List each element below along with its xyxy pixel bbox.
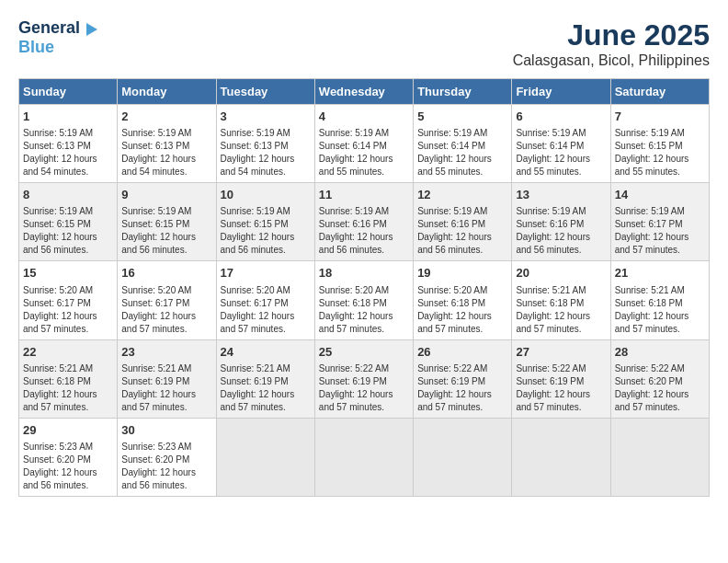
cell-content: 10Sunrise: 5:19 AMSunset: 6:15 PMDayligh…: [221, 187, 311, 257]
day-number: 3: [221, 109, 311, 125]
cell-content: 11Sunrise: 5:19 AMSunset: 6:16 PMDayligh…: [319, 187, 409, 257]
table-row: 9Sunrise: 5:19 AMSunset: 6:15 PMDaylight…: [118, 183, 216, 261]
header-saturday: Saturday: [610, 79, 709, 105]
cell-content: 7Sunrise: 5:19 AMSunset: 6:15 PMDaylight…: [615, 109, 705, 178]
table-row: 26Sunrise: 5:22 AMSunset: 6:19 PMDayligh…: [414, 339, 512, 418]
day-number: 13: [516, 187, 606, 203]
day-number: 4: [319, 109, 409, 125]
day-number: 15: [23, 265, 113, 282]
cell-content: 8Sunrise: 5:19 AMSunset: 6:15 PMDaylight…: [23, 187, 113, 257]
page-header: General Blue June 2025 Calasgasan, Bicol…: [18, 18, 710, 69]
table-row: 10Sunrise: 5:19 AMSunset: 6:15 PMDayligh…: [216, 183, 314, 261]
day-number: 18: [319, 265, 409, 282]
cell-content: 29Sunrise: 5:23 AMSunset: 6:20 PMDayligh…: [23, 422, 113, 492]
cell-content: 14Sunrise: 5:19 AMSunset: 6:17 PMDayligh…: [615, 187, 705, 257]
cell-content: 22Sunrise: 5:21 AMSunset: 6:18 PMDayligh…: [23, 344, 113, 414]
table-row: 21Sunrise: 5:21 AMSunset: 6:18 PMDayligh…: [610, 261, 709, 339]
table-row: 24Sunrise: 5:21 AMSunset: 6:19 PMDayligh…: [216, 339, 314, 418]
calendar-week-row: 15Sunrise: 5:20 AMSunset: 6:17 PMDayligh…: [19, 261, 710, 339]
table-row: 2Sunrise: 5:19 AMSunset: 6:13 PMDaylight…: [118, 105, 216, 183]
title-area: June 2025 Calasgasan, Bicol, Philippines: [513, 18, 710, 69]
day-number: 27: [516, 344, 606, 361]
table-row: 6Sunrise: 5:19 AMSunset: 6:14 PMDaylight…: [512, 105, 610, 183]
day-number: 11: [319, 187, 409, 203]
table-row: 22Sunrise: 5:21 AMSunset: 6:18 PMDayligh…: [19, 339, 118, 418]
calendar-week-row: 22Sunrise: 5:21 AMSunset: 6:18 PMDayligh…: [19, 339, 710, 418]
cell-content: 20Sunrise: 5:21 AMSunset: 6:18 PMDayligh…: [516, 265, 606, 335]
table-row: 30Sunrise: 5:23 AMSunset: 6:20 PMDayligh…: [118, 418, 216, 496]
day-number: 20: [516, 265, 606, 282]
table-row: [314, 418, 413, 496]
day-number: 7: [615, 109, 705, 125]
table-row: 19Sunrise: 5:20 AMSunset: 6:18 PMDayligh…: [414, 261, 512, 339]
day-number: 5: [417, 109, 507, 125]
day-number: 21: [615, 265, 705, 282]
cell-content: 25Sunrise: 5:22 AMSunset: 6:19 PMDayligh…: [319, 344, 409, 414]
cell-content: 3Sunrise: 5:19 AMSunset: 6:13 PMDaylight…: [221, 109, 311, 178]
table-row: 27Sunrise: 5:22 AMSunset: 6:19 PMDayligh…: [512, 339, 610, 418]
table-row: [610, 418, 709, 496]
day-number: 19: [417, 265, 507, 282]
day-number: 23: [121, 344, 211, 361]
day-number: 9: [121, 187, 211, 203]
header-wednesday: Wednesday: [314, 79, 413, 105]
table-row: 17Sunrise: 5:20 AMSunset: 6:17 PMDayligh…: [216, 261, 314, 339]
cell-content: 13Sunrise: 5:19 AMSunset: 6:16 PMDayligh…: [516, 187, 606, 257]
day-number: 22: [23, 344, 113, 361]
table-row: 13Sunrise: 5:19 AMSunset: 6:16 PMDayligh…: [512, 183, 610, 261]
table-row: 12Sunrise: 5:19 AMSunset: 6:16 PMDayligh…: [414, 183, 512, 261]
day-number: 25: [319, 344, 409, 361]
table-row: 20Sunrise: 5:21 AMSunset: 6:18 PMDayligh…: [512, 261, 610, 339]
table-row: 5Sunrise: 5:19 AMSunset: 6:14 PMDaylight…: [414, 105, 512, 183]
table-row: 3Sunrise: 5:19 AMSunset: 6:13 PMDaylight…: [216, 105, 314, 183]
table-row: 16Sunrise: 5:20 AMSunset: 6:17 PMDayligh…: [118, 261, 216, 339]
table-row: 14Sunrise: 5:19 AMSunset: 6:17 PMDayligh…: [610, 183, 709, 261]
cell-content: 16Sunrise: 5:20 AMSunset: 6:17 PMDayligh…: [121, 265, 211, 335]
table-row: [512, 418, 610, 496]
day-number: 1: [23, 109, 113, 125]
day-number: 28: [615, 344, 705, 361]
day-number: 10: [221, 187, 311, 203]
calendar-week-row: 1Sunrise: 5:19 AMSunset: 6:13 PMDaylight…: [19, 105, 710, 183]
cell-content: 4Sunrise: 5:19 AMSunset: 6:14 PMDaylight…: [319, 109, 409, 178]
cell-content: 1Sunrise: 5:19 AMSunset: 6:13 PMDaylight…: [23, 109, 113, 178]
table-row: 4Sunrise: 5:19 AMSunset: 6:14 PMDaylight…: [314, 105, 413, 183]
cell-content: 19Sunrise: 5:20 AMSunset: 6:18 PMDayligh…: [417, 265, 507, 335]
table-row: 7Sunrise: 5:19 AMSunset: 6:15 PMDaylight…: [610, 105, 709, 183]
cell-content: 9Sunrise: 5:19 AMSunset: 6:15 PMDaylight…: [121, 187, 211, 257]
table-row: 23Sunrise: 5:21 AMSunset: 6:19 PMDayligh…: [118, 339, 216, 418]
table-row: 29Sunrise: 5:23 AMSunset: 6:20 PMDayligh…: [19, 418, 118, 496]
day-number: 24: [221, 344, 311, 361]
page-title: June 2025: [513, 18, 710, 52]
day-number: 29: [23, 422, 113, 439]
day-number: 12: [417, 187, 507, 203]
table-row: 15Sunrise: 5:20 AMSunset: 6:17 PMDayligh…: [19, 261, 118, 339]
logo: General Blue: [18, 18, 97, 57]
calendar-week-row: 8Sunrise: 5:19 AMSunset: 6:15 PMDaylight…: [19, 183, 710, 261]
day-number: 17: [221, 265, 311, 282]
day-number: 26: [417, 344, 507, 361]
day-number: 8: [23, 187, 113, 203]
table-row: 18Sunrise: 5:20 AMSunset: 6:18 PMDayligh…: [314, 261, 413, 339]
calendar-week-row: 29Sunrise: 5:23 AMSunset: 6:20 PMDayligh…: [19, 418, 710, 496]
table-row: 8Sunrise: 5:19 AMSunset: 6:15 PMDaylight…: [19, 183, 118, 261]
cell-content: 26Sunrise: 5:22 AMSunset: 6:19 PMDayligh…: [417, 344, 507, 414]
day-number: 30: [121, 422, 211, 439]
cell-content: 28Sunrise: 5:22 AMSunset: 6:20 PMDayligh…: [615, 344, 705, 414]
cell-content: 17Sunrise: 5:20 AMSunset: 6:17 PMDayligh…: [221, 265, 311, 335]
calendar-table: Sunday Monday Tuesday Wednesday Thursday…: [18, 78, 710, 497]
cell-content: 30Sunrise: 5:23 AMSunset: 6:20 PMDayligh…: [121, 422, 211, 492]
cell-content: 5Sunrise: 5:19 AMSunset: 6:14 PMDaylight…: [417, 109, 507, 178]
day-number: 6: [516, 109, 606, 125]
cell-content: 6Sunrise: 5:19 AMSunset: 6:14 PMDaylight…: [516, 109, 606, 178]
day-number: 14: [615, 187, 705, 203]
cell-content: 18Sunrise: 5:20 AMSunset: 6:18 PMDayligh…: [319, 265, 409, 335]
table-row: 1Sunrise: 5:19 AMSunset: 6:13 PMDaylight…: [19, 105, 118, 183]
cell-content: 15Sunrise: 5:20 AMSunset: 6:17 PMDayligh…: [23, 265, 113, 335]
cell-content: 27Sunrise: 5:22 AMSunset: 6:19 PMDayligh…: [516, 344, 606, 414]
header-thursday: Thursday: [414, 79, 512, 105]
table-row: 28Sunrise: 5:22 AMSunset: 6:20 PMDayligh…: [610, 339, 709, 418]
header-sunday: Sunday: [19, 79, 118, 105]
cell-content: 21Sunrise: 5:21 AMSunset: 6:18 PMDayligh…: [615, 265, 705, 335]
page-subtitle: Calasgasan, Bicol, Philippines: [513, 52, 710, 69]
